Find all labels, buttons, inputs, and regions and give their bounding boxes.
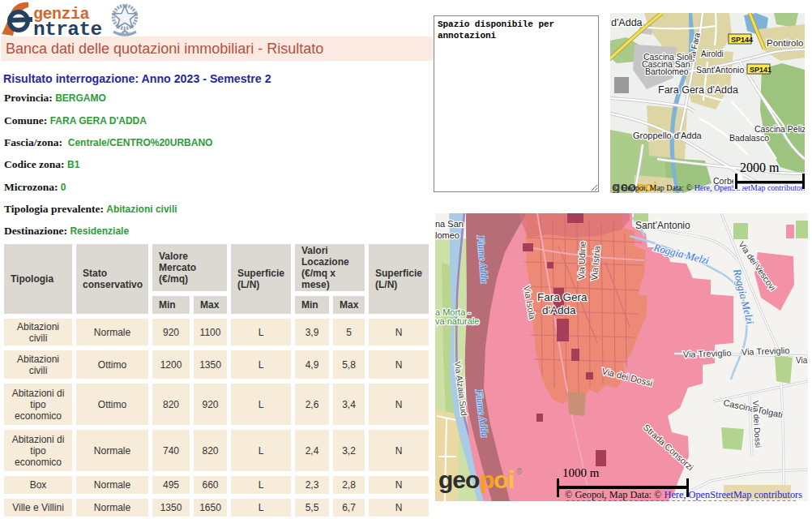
- svg-text:Cascina Peliza: Cascina Peliza: [754, 124, 805, 134]
- svg-text:SP144: SP144: [731, 36, 753, 44]
- svg-text:Sant'Antonio: Sant'Antonio: [696, 65, 744, 75]
- svg-text:Fara Gera: Fara Gera: [537, 291, 588, 303]
- svg-text:poi: poi: [480, 466, 514, 493]
- svg-text:geo: geo: [438, 466, 480, 493]
- svg-text:va naturale: va naturale: [435, 316, 479, 326]
- svg-text:lomeo: lomeo: [435, 230, 459, 240]
- svg-text:© Geopoi, Map Data: © Here, Op: © Geopoi, Map Data: © Here, OpenStreetMa…: [613, 183, 805, 192]
- svg-text:Via Udine: Via Udine: [576, 241, 588, 280]
- svg-text:Bartolomeo: Bartolomeo: [645, 66, 689, 76]
- svg-text:© Geopoi, Map Data: © Here, Op: © Geopoi, Map Data: © Here, OpenStreetMa…: [565, 489, 802, 500]
- svg-text:SP141: SP141: [750, 66, 771, 74]
- svg-text:1000 m: 1000 m: [562, 466, 600, 479]
- svg-text:d'Adda: d'Adda: [611, 17, 643, 28]
- svg-text:d'Adda: d'Adda: [542, 304, 576, 316]
- svg-text:Via: Via: [796, 356, 808, 365]
- svg-text:Via Treviglio: Via Treviglio: [741, 345, 790, 357]
- svg-text:Groppello d'Adda: Groppello d'Adda: [633, 131, 703, 140]
- svg-text:Sant'Antonio: Sant'Antonio: [635, 220, 690, 231]
- svg-text:Airoldi: Airoldi: [701, 49, 724, 58]
- svg-text:Via Treviglio: Via Treviglio: [683, 348, 732, 359]
- svg-text:ntrate: ntrate: [33, 19, 102, 38]
- svg-text:Pontirolo: Pontirolo: [767, 38, 803, 48]
- svg-text:Fara Gera d'Adda: Fara Gera d'Adda: [658, 84, 738, 96]
- svg-text:na San: na San: [435, 219, 464, 229]
- svg-text:2000 m: 2000 m: [740, 161, 780, 174]
- svg-text:Badalasco: Badalasco: [729, 133, 769, 143]
